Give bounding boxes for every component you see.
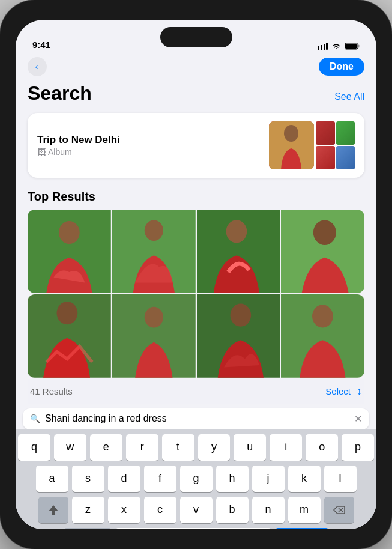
svg-point-14 bbox=[226, 220, 247, 243]
photo-grid-row1 bbox=[28, 210, 364, 293]
keyboard-row-3: z x c v b n m bbox=[18, 497, 374, 523]
key-u[interactable]: u bbox=[234, 434, 266, 461]
svg-rect-0 bbox=[318, 46, 319, 50]
back-button[interactable]: ‹ bbox=[28, 57, 47, 76]
svg-point-22 bbox=[230, 303, 251, 326]
key-g[interactable]: g bbox=[180, 466, 213, 492]
album-photos bbox=[269, 121, 355, 169]
key-o[interactable]: o bbox=[306, 434, 338, 461]
search-key[interactable]: search bbox=[275, 528, 329, 530]
shift-key[interactable] bbox=[38, 497, 68, 523]
svg-point-10 bbox=[59, 221, 80, 244]
key-a[interactable]: a bbox=[36, 466, 68, 492]
svg-point-18 bbox=[57, 302, 78, 324]
keyboard-row-4: 123 space search bbox=[18, 528, 374, 530]
key-q[interactable]: q bbox=[18, 434, 50, 461]
search-input-wrapper: 🔍 ✕ bbox=[23, 408, 369, 429]
key-x[interactable]: x bbox=[108, 497, 140, 523]
key-v[interactable]: v bbox=[180, 497, 213, 523]
keyboard-row-1: q w e r t y u i o p bbox=[18, 434, 374, 461]
photo-cell-3[interactable] bbox=[197, 210, 280, 293]
key-n[interactable]: n bbox=[252, 497, 285, 523]
key-h[interactable]: h bbox=[216, 466, 249, 492]
key-l[interactable]: l bbox=[324, 466, 357, 492]
select-button[interactable]: Select bbox=[325, 386, 351, 396]
svg-point-20 bbox=[145, 307, 163, 328]
key-m[interactable]: m bbox=[288, 497, 321, 523]
album-icon: 🖼 bbox=[37, 147, 46, 157]
page-title: Search bbox=[28, 82, 92, 105]
backspace-key[interactable] bbox=[324, 497, 354, 523]
key-f[interactable]: f bbox=[144, 466, 176, 492]
status-time: 9:41 bbox=[32, 40, 50, 50]
key-s[interactable]: s bbox=[72, 466, 104, 492]
album-name: Trip to New Delhi bbox=[37, 134, 120, 146]
key-j[interactable]: j bbox=[252, 466, 285, 492]
svg-rect-5 bbox=[358, 45, 360, 48]
svg-point-12 bbox=[145, 220, 163, 241]
done-button[interactable]: Done bbox=[319, 58, 364, 76]
svg-rect-6 bbox=[345, 44, 357, 49]
shift-icon bbox=[47, 504, 59, 516]
search-header: Search See All bbox=[28, 82, 364, 105]
album-main-photo bbox=[269, 121, 314, 169]
photo-grid-row2 bbox=[28, 294, 364, 378]
battery-icon bbox=[345, 43, 360, 50]
mini-thumb-3 bbox=[316, 146, 335, 169]
signal-icon bbox=[318, 43, 328, 50]
album-type: Album bbox=[48, 147, 72, 157]
mini-thumb-1 bbox=[316, 121, 335, 145]
album-subtitle: 🖼 Album bbox=[37, 147, 120, 157]
keyboard-row-2: a s d f g h j k l bbox=[18, 466, 374, 492]
key-r[interactable]: r bbox=[126, 434, 158, 461]
key-z[interactable]: z bbox=[72, 497, 104, 523]
results-bar: 41 Results Select ↕ bbox=[28, 379, 364, 404]
key-y[interactable]: y bbox=[198, 434, 231, 461]
svg-point-16 bbox=[313, 220, 336, 245]
key-p[interactable]: p bbox=[342, 434, 374, 461]
numbers-key[interactable]: 123 bbox=[64, 528, 112, 530]
photo-cell-2[interactable] bbox=[112, 210, 196, 293]
search-icon: 🔍 bbox=[30, 414, 40, 423]
mini-thumb-4 bbox=[336, 146, 355, 169]
key-e[interactable]: e bbox=[90, 434, 122, 461]
phone-frame: 9:41 bbox=[0, 0, 392, 549]
photo-cell-8[interactable] bbox=[281, 294, 364, 378]
dynamic-island bbox=[160, 27, 232, 47]
svg-rect-2 bbox=[324, 44, 325, 50]
content-area: Search See All Trip to New Delhi 🖼 Album bbox=[16, 82, 376, 404]
phone-screen: 9:41 bbox=[16, 20, 376, 529]
svg-rect-3 bbox=[326, 43, 328, 50]
mini-thumb-2 bbox=[336, 121, 355, 145]
photo-cell-4[interactable] bbox=[281, 210, 364, 293]
sort-icon[interactable]: ↕ bbox=[357, 385, 362, 398]
svg-point-24 bbox=[312, 305, 333, 327]
key-i[interactable]: i bbox=[270, 434, 302, 461]
album-card[interactable]: Trip to New Delhi 🖼 Album bbox=[28, 113, 364, 178]
space-key[interactable]: space bbox=[115, 528, 271, 530]
key-t[interactable]: t bbox=[162, 434, 194, 461]
photo-cell-5[interactable] bbox=[28, 294, 111, 378]
key-d[interactable]: d bbox=[108, 466, 140, 492]
key-w[interactable]: w bbox=[54, 434, 86, 461]
photo-cell-1[interactable] bbox=[28, 210, 111, 293]
search-input-section: 🔍 ✕ bbox=[16, 404, 376, 429]
search-input[interactable] bbox=[45, 413, 349, 424]
key-c[interactable]: c bbox=[144, 497, 176, 523]
album-mini-grid bbox=[316, 121, 355, 169]
nav-bar: ‹ Done bbox=[16, 55, 376, 82]
photo-cell-7[interactable] bbox=[197, 294, 280, 378]
see-all-link[interactable]: See All bbox=[334, 91, 364, 102]
key-k[interactable]: k bbox=[288, 466, 321, 492]
wifi-icon bbox=[331, 43, 341, 50]
backspace-icon bbox=[333, 505, 346, 515]
photo-cell-6[interactable] bbox=[112, 294, 196, 378]
results-actions: Select ↕ bbox=[325, 385, 362, 398]
album-info: Trip to New Delhi 🖼 Album bbox=[37, 134, 120, 157]
key-b[interactable]: b bbox=[216, 497, 249, 523]
clear-button[interactable]: ✕ bbox=[354, 413, 362, 425]
status-icons bbox=[318, 43, 360, 50]
svg-rect-1 bbox=[321, 45, 322, 50]
top-results-label: Top Results bbox=[28, 190, 364, 204]
results-count: 41 Results bbox=[30, 386, 73, 396]
